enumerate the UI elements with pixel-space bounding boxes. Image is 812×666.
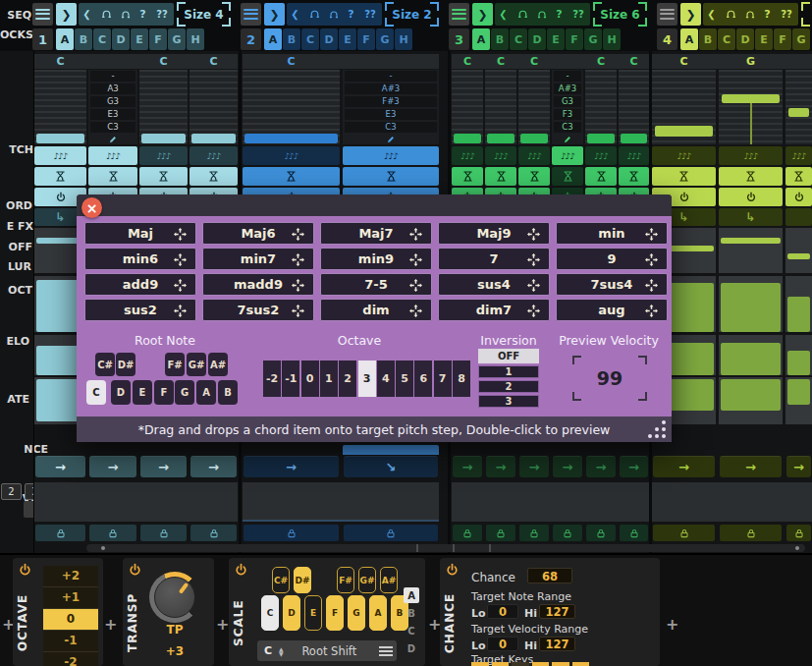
octave-option-+2[interactable]: +2: [43, 566, 98, 587]
seq-block-2-hold-alt-icon[interactable]: [325, 3, 343, 26]
seq-block-1-size-field[interactable]: Size 4: [177, 2, 231, 27]
chord-step-2[interactable]: ♪♪♪: [719, 146, 783, 165]
seq-block-2-random-icon[interactable]: ?: [344, 3, 358, 26]
seq-block-3-pattern-B[interactable]: B: [491, 28, 509, 50]
seq-block-4-size-field[interactable]: [801, 2, 812, 27]
velocity-hi-field[interactable]: 127: [539, 637, 575, 651]
drag-move-icon[interactable]: [643, 251, 660, 268]
chord-item-9[interactable]: 9: [556, 248, 668, 270]
drag-move-icon[interactable]: [407, 303, 424, 319]
drag-move-icon[interactable]: [290, 226, 306, 243]
lock-step-1[interactable]: [653, 525, 715, 541]
lock-step-3[interactable]: [519, 525, 549, 541]
chord-item-7[interactable]: 7: [438, 248, 550, 270]
gate-step-2-bar[interactable]: [721, 343, 781, 375]
chance-value-field[interactable]: 68: [527, 568, 572, 583]
chord-step-3[interactable]: ♪♪♪: [785, 146, 812, 165]
pitch-step-2-note-bar[interactable]: [722, 94, 780, 103]
notefx-step-4[interactable]: [189, 167, 238, 186]
divide-step-2[interactable]: →: [720, 456, 782, 477]
seq-block-1-pattern-D[interactable]: D: [112, 28, 130, 50]
seq-block-2-pattern-G[interactable]: G: [376, 28, 394, 50]
chord-step-1[interactable]: ♪♪♪: [452, 146, 483, 165]
octave-option-1[interactable]: 1: [320, 361, 338, 397]
chord-item-7sus2[interactable]: 7sus2: [202, 299, 314, 321]
pitch-edit-pencil-icon[interactable]: [552, 134, 583, 144]
root-key-F#[interactable]: F#: [165, 353, 185, 376]
seq-block-4-hold-alt-icon[interactable]: [741, 3, 759, 26]
chord-step-2[interactable]: ♪♪♪: [343, 146, 439, 165]
scale-slot-B[interactable]: B: [404, 605, 419, 621]
transpose-value[interactable]: +3: [149, 644, 200, 658]
oct-step-2[interactable]: [719, 228, 783, 273]
seq-block-2-random2-icon[interactable]: ??: [359, 3, 381, 26]
divide-step-4[interactable]: →: [190, 456, 237, 477]
gate-step-3-bar[interactable]: [787, 351, 810, 375]
seq-block-1-menu-button[interactable]: [32, 3, 53, 26]
dialog-titlebar[interactable]: [77, 194, 672, 216]
divide-step-6[interactable]: →: [620, 456, 648, 477]
seq-block-3-menu-button[interactable]: [449, 3, 469, 26]
chord-step-1[interactable]: ♪♪♪: [652, 146, 716, 165]
seq-block-4-pattern-A[interactable]: A: [680, 28, 698, 50]
chord-step-3[interactable]: ♪♪♪: [139, 146, 188, 165]
drag-move-icon[interactable]: [172, 303, 189, 319]
chord-item-Maj6[interactable]: Maj6: [202, 222, 314, 245]
seq-block-3-pattern-D[interactable]: D: [528, 28, 546, 50]
seq-block-4-pattern-G[interactable]: G: [792, 28, 810, 50]
octave-power-icon[interactable]: [18, 563, 32, 578]
transpose-power-icon[interactable]: [128, 563, 142, 578]
inversion-option-2[interactable]: 2: [478, 380, 539, 393]
seq-block-2-hold-icon[interactable]: [305, 3, 324, 26]
root-key-G[interactable]: G: [175, 380, 194, 405]
drag-move-icon[interactable]: [172, 251, 189, 268]
chord-item-min9[interactable]: min9: [320, 248, 432, 270]
seq-block-3-pattern-H[interactable]: H: [603, 28, 621, 50]
notefx-step-2[interactable]: [485, 167, 516, 186]
chord-item-min6[interactable]: min6: [84, 248, 196, 270]
octave-option-6[interactable]: 6: [414, 361, 432, 397]
drag-move-icon[interactable]: [643, 277, 660, 294]
chord-step-2[interactable]: ♪♪♪: [88, 146, 137, 165]
seq-block-1-play-icon[interactable]: ❯: [56, 3, 77, 26]
seq-block-3-hold-alt-icon[interactable]: [533, 3, 551, 26]
scale-slot-D[interactable]: D: [404, 640, 419, 656]
notefx-step-3[interactable]: [518, 167, 550, 186]
drag-move-icon[interactable]: [172, 277, 189, 294]
seq-block-1-pattern-E[interactable]: E: [131, 28, 148, 50]
drag-move-icon[interactable]: [525, 226, 542, 243]
divide-step-5[interactable]: →: [586, 456, 616, 477]
chord-item-dim7[interactable]: dim7: [438, 299, 550, 321]
seq-block-3-pattern-G[interactable]: G: [584, 28, 602, 50]
divide-step-1[interactable]: →: [453, 456, 482, 477]
chord-item-aug[interactable]: aug: [556, 299, 668, 321]
pitch-step-5-note-bar[interactable]: [587, 134, 615, 143]
seq-block-2-size-field[interactable]: Size 2: [385, 2, 439, 27]
seq-block-4-pattern-B[interactable]: B: [699, 28, 717, 50]
root-key-G#[interactable]: G#: [187, 353, 206, 376]
seq-block-4-pattern-C[interactable]: C: [718, 28, 735, 50]
scale-slot-A[interactable]: A: [404, 587, 419, 603]
root-key-C[interactable]: C: [86, 380, 106, 405]
seq-block-2-pattern-C[interactable]: C: [301, 28, 319, 50]
notefx-step-3[interactable]: [139, 167, 188, 186]
module-separator-plus[interactable]: +: [104, 615, 117, 634]
scale-root-select[interactable]: C: [257, 644, 279, 657]
pitch-step-6-note-bar[interactable]: [621, 134, 647, 143]
seq-block-2-pattern-E[interactable]: E: [339, 28, 356, 50]
chord-step-1[interactable]: ♪♪♪: [243, 146, 340, 165]
drag-move-icon[interactable]: [643, 226, 660, 243]
notefx-step-2[interactable]: [343, 167, 439, 186]
octave-option--2[interactable]: -2: [43, 652, 98, 666]
oct-step-3[interactable]: [785, 228, 812, 273]
inversion-option-3[interactable]: 3: [478, 395, 539, 408]
pitch-step-3-note-bar[interactable]: [788, 108, 809, 117]
seq-block-1-pattern-G[interactable]: G: [168, 28, 186, 50]
chord-step-4[interactable]: ♪♪♪: [552, 146, 583, 165]
lock-step-1[interactable]: [35, 525, 85, 541]
divide-step-2[interactable]: ↘: [344, 456, 438, 477]
root-shift-label[interactable]: Root Shift: [284, 644, 375, 658]
oct-step-2-bar[interactable]: [721, 238, 781, 244]
lock-step-6[interactable]: [620, 525, 648, 541]
octave-option-3[interactable]: 3: [358, 361, 376, 397]
